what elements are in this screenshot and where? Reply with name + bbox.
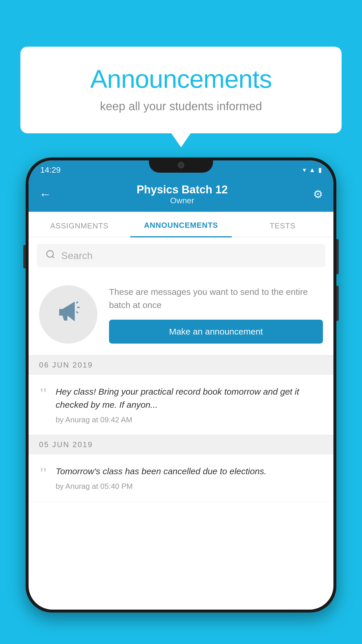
date-section-1: 06 JUN 2019 xyxy=(29,356,333,374)
phone-frame: 14:29 ▾ ▲ ▮ ← Physics Batch 12 Owner ⚙ A… xyxy=(26,158,336,612)
svg-line-2 xyxy=(76,302,78,303)
date-label-1: 06 JUN 2019 xyxy=(39,360,93,369)
announcement-description: These are messages you want to send to t… xyxy=(109,285,323,312)
announcement-text-2: Tomorrow's class has been cancelled due … xyxy=(56,465,323,478)
announcement-content-2: Tomorrow's class has been cancelled due … xyxy=(56,465,323,491)
date-label-2: 05 JUN 2019 xyxy=(39,440,93,449)
back-button[interactable]: ← xyxy=(39,187,51,201)
svg-line-1 xyxy=(52,256,54,258)
app-header: ← Physics Batch 12 Owner ⚙ xyxy=(29,177,333,212)
quote-icon-2: " xyxy=(39,466,48,491)
megaphone-icon xyxy=(55,298,81,331)
date-section-2: 05 JUN 2019 xyxy=(29,435,333,454)
announcement-meta-2: by Anurag at 05:40 PM xyxy=(56,482,323,491)
wifi-icon: ▾ xyxy=(303,166,306,174)
announcement-right: These are messages you want to send to t… xyxy=(109,285,323,344)
announcement-item-1[interactable]: " Hey class! Bring your practical record… xyxy=(29,374,333,435)
phone-notch xyxy=(149,158,213,173)
settings-button[interactable]: ⚙ xyxy=(313,188,323,201)
announcement-content-1: Hey class! Bring your practical record b… xyxy=(56,385,323,424)
svg-line-4 xyxy=(76,312,78,313)
announcement-text-1: Hey class! Bring your practical record b… xyxy=(56,385,323,411)
quote-icon-1: " xyxy=(39,386,48,424)
tab-assignments[interactable]: ASSIGNMENTS xyxy=(29,221,130,237)
signal-icon: ▲ xyxy=(309,166,315,174)
search-icon xyxy=(45,249,55,262)
search-placeholder: Search xyxy=(61,250,93,261)
search-bar[interactable]: Search xyxy=(37,244,325,267)
announcement-item-2[interactable]: " Tomorrow's class has been cancelled du… xyxy=(29,454,333,502)
side-button-right-1 xyxy=(336,239,339,274)
phone-container: 14:29 ▾ ▲ ▮ ← Physics Batch 12 Owner ⚙ A… xyxy=(26,158,336,644)
side-button-left xyxy=(23,245,26,268)
batch-title: Physics Batch 12 xyxy=(137,183,228,196)
make-announcement-button[interactable]: Make an announcement xyxy=(109,320,323,344)
tab-bar: ASSIGNMENTS ANNOUNCEMENTS TESTS xyxy=(29,212,333,237)
tab-announcements[interactable]: ANNOUNCEMENTS xyxy=(130,221,232,237)
svg-point-0 xyxy=(47,251,53,257)
search-container: Search xyxy=(29,237,333,274)
announcement-prompt: These are messages you want to send to t… xyxy=(29,274,333,356)
battery-icon: ▮ xyxy=(318,166,322,174)
camera xyxy=(178,162,184,168)
status-icons: ▾ ▲ ▮ xyxy=(303,166,322,174)
announcement-icon-circle xyxy=(39,285,97,344)
status-time: 14:29 xyxy=(40,165,61,175)
bubble-title: Announcements xyxy=(44,64,318,94)
phone-screen: 14:29 ▾ ▲ ▮ ← Physics Batch 12 Owner ⚙ A… xyxy=(29,160,333,610)
announcement-meta-1: by Anurag at 09:42 AM xyxy=(56,415,323,424)
speech-bubble: Announcements keep all your students inf… xyxy=(20,47,342,133)
speech-bubble-section: Announcements keep all your students inf… xyxy=(20,47,342,133)
bubble-subtitle: keep all your students informed xyxy=(44,100,318,113)
batch-subtitle: Owner xyxy=(137,196,228,205)
tab-tests[interactable]: TESTS xyxy=(232,221,333,237)
side-button-right-2 xyxy=(336,286,339,321)
header-title-section: Physics Batch 12 Owner xyxy=(137,183,228,205)
